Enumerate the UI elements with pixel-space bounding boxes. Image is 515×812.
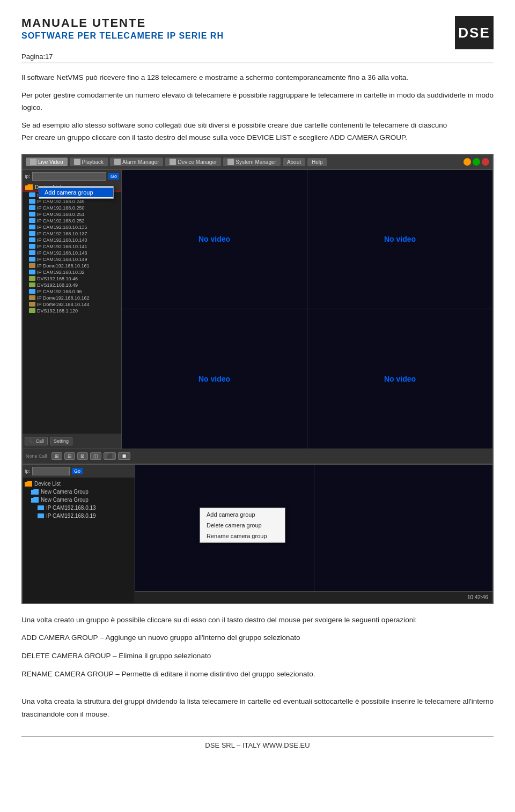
title-block: MANUALE UTENTE SOFTWARE PER TELECAMERE I… [21, 16, 455, 41]
list-item[interactable]: IP CAM192.168.10.32 [23, 269, 121, 275]
list-item[interactable]: IP CAM192.168.0.252 [23, 218, 121, 224]
layout-btn-3[interactable]: ⊠ [77, 452, 88, 460]
ip-input[interactable] [32, 172, 106, 181]
livevideo-icon [30, 159, 36, 165]
tab-device[interactable]: Device Manager [165, 158, 221, 166]
tree-group2[interactable]: New Camera Group [31, 496, 133, 504]
paragraph-2: Per poter gestire comodamente un numero … [21, 90, 494, 114]
tree-group1[interactable]: New Camera Group [31, 488, 133, 496]
no-video-label: No video [198, 235, 230, 243]
tree-cam2-label: IP CAM192.168.0.19 [46, 513, 96, 519]
setting-button[interactable]: Setting [50, 437, 72, 445]
video-grid: No video No video No video No video [122, 170, 492, 449]
ss-toolbar: Live Video Playback Alarm Manager Device… [23, 155, 492, 170]
context2-delete[interactable]: Delete camera group [200, 520, 285, 531]
ss-right-panel: No video No video No video No video [122, 170, 492, 449]
ip-label-2: Ip: [25, 468, 30, 474]
list-item[interactable]: IP CAM192.168.10.146 [23, 250, 121, 256]
main-title: MANUALE UTENTE [21, 16, 455, 30]
list-item[interactable]: IP Dome192.168.10.161 [23, 263, 121, 269]
cam-icon [29, 218, 35, 223]
page-number: Pagina:17 [21, 53, 494, 61]
list-item[interactable]: IP CAM192.168.0.249 [23, 198, 121, 205]
folder-icon-4 [31, 497, 39, 503]
paragraph-6b: DELETE CAMERA GROUP – Elimina il gruppo … [21, 650, 494, 662]
paragraph-3: Se ad esempio allo stesso software sono … [21, 120, 494, 144]
folder-icon-3 [31, 489, 39, 495]
screenshot-container: Live Video Playback Alarm Manager Device… [21, 154, 494, 604]
layout-btn-1[interactable]: ⊞ [52, 452, 62, 460]
go-button[interactable]: Go [108, 173, 119, 180]
tree-device-list[interactable]: Device List [25, 480, 133, 488]
video-cell-1: No video [122, 170, 307, 309]
list-item[interactable]: DVS192.168.10.49 [23, 282, 121, 288]
paragraph-4: Per creare un gruppo cliccare con il tas… [21, 133, 407, 141]
call-button[interactable]: 📞 Call [25, 437, 48, 445]
layout-btn-6[interactable]: 🔲 [118, 452, 130, 460]
cam-icon [29, 212, 35, 217]
header: MANUALE UTENTE SOFTWARE PER TELECAMERE I… [21, 16, 494, 49]
tree-cam2[interactable]: IP CAM192.168.0.19 [38, 512, 133, 520]
second-left-panel: Ip: Go Device List New Camera Group Ne [23, 465, 135, 603]
list-item[interactable]: IP CAM192.168.10.149 [23, 256, 121, 263]
tab-alarm[interactable]: Alarm Manager [110, 158, 163, 166]
ss-main-body: Ip: Go Add camera group Device List IP C… [23, 170, 492, 449]
tree-cam1-label: IP CAM192.168.0.13 [46, 505, 96, 511]
tab-livevideo-label: Live Video [38, 159, 63, 165]
tab-help[interactable]: Help [307, 158, 327, 166]
cam-icon [29, 302, 35, 307]
list-item[interactable]: IP CAM192.168.10.141 [23, 243, 121, 250]
minimize-button[interactable] [464, 158, 471, 166]
close-button[interactable] [482, 158, 489, 166]
context2-rename[interactable]: Rename camera group [200, 531, 285, 541]
bottom-controls: None Call ⊞ ⊟ ⊠ ◫ ⬛ 🔲 [23, 449, 492, 464]
cam-icon [29, 250, 35, 255]
list-item[interactable]: IP CAM192.168.0.96 [23, 288, 121, 295]
ip-input-2[interactable] [32, 467, 70, 475]
tab-playback[interactable]: Playback [70, 158, 108, 166]
time-display: 10:42:46 [467, 594, 488, 600]
status-bar: 10:42:46 [135, 591, 492, 603]
list-item[interactable]: DVS192.168.10.46 [23, 275, 121, 282]
list-item[interactable]: DVS192.168.1.120 [23, 308, 121, 314]
list-item[interactable]: IP Dome192.168.10.162 [23, 295, 121, 301]
list-item[interactable]: IP CAM192.168.10.135 [23, 224, 121, 230]
list-item[interactable]: IP Dome192.168.10.144 [23, 301, 121, 308]
video-cell-3: No video [122, 309, 307, 449]
system-icon [227, 159, 234, 165]
second-left-toolbar: Ip: Go [23, 465, 135, 478]
paragraph-3a: Se ad esempio allo stesso software sono … [21, 121, 447, 129]
none-call-label: None Call [26, 453, 47, 459]
dvs-icon [29, 308, 35, 313]
playback-icon [74, 159, 80, 165]
maximize-button[interactable] [473, 158, 480, 166]
layout-btn-2[interactable]: ⊟ [64, 452, 75, 460]
tree-cam1[interactable]: IP CAM192.168.0.13 [38, 504, 133, 512]
cam-icon-2 [38, 505, 44, 510]
dvs-icon [29, 282, 35, 287]
list-item[interactable]: IP CAM192.168.10.137 [23, 230, 121, 237]
context2-add[interactable]: Add camera group [200, 509, 285, 520]
context-add-camera-group[interactable]: Add camera group [39, 188, 113, 197]
list-item[interactable]: IP CAM192.168.0.250 [23, 205, 121, 211]
tab-about[interactable]: About [283, 158, 305, 166]
go-button-2[interactable]: Go [72, 468, 83, 474]
paragraph-7: Una volta creata la struttura dei gruppi… [21, 695, 494, 720]
paragraph-1: Il software NetVMS può ricevere fino a 1… [21, 72, 494, 84]
tab-system[interactable]: System Manager [223, 158, 281, 166]
paragraph-6a: ADD CAMERA GROUP – Aggiunge un nuovo gru… [21, 631, 494, 644]
layout-btn-5[interactable]: ⬛ [104, 452, 116, 460]
layout-btn-4[interactable]: ◫ [90, 452, 101, 460]
tab-playback-label: Playback [82, 159, 104, 165]
cam-icon [29, 199, 35, 204]
cam-icon [29, 257, 35, 262]
cam-icon [29, 231, 35, 236]
dse-logo: DSE [455, 16, 494, 49]
tab-livevideo[interactable]: Live Video [26, 158, 68, 166]
second-device-tree: Device List New Camera Group New Camera … [23, 478, 135, 522]
left-bottom-bar: 📞 Call Setting [23, 434, 121, 449]
header-divider [21, 63, 494, 63]
list-item[interactable]: IP CAM192.168.0.251 [23, 211, 121, 218]
list-item[interactable]: IP CAM192.168.10.140 [23, 237, 121, 243]
footer-text: DSE SRL – ITALY WWW.DSE.EU [21, 741, 494, 749]
